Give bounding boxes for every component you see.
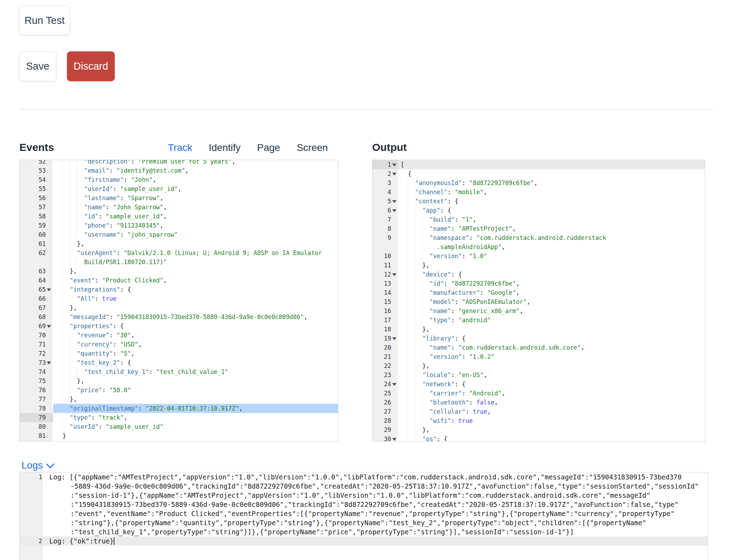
code-line-text: }, — [53, 395, 338, 404]
line-number: 59 — [39, 221, 46, 230]
fold-arrow-icon[interactable] — [392, 383, 396, 388]
log-line-number-cell — [20, 527, 47, 536]
code-line: 2 { — [372, 169, 705, 178]
line-number: 6 — [388, 206, 391, 215]
line-number-cell: 62 — [20, 248, 53, 257]
line-number-cell: 74 — [20, 367, 53, 376]
line-number: 78 — [39, 404, 46, 413]
line-number-cell — [372, 242, 399, 252]
line-number: 81 — [39, 431, 46, 440]
events-json-editor[interactable]: 52 "description": "Premium user for 5 ye… — [19, 160, 338, 441]
run-test-button[interactable]: Run Test — [19, 6, 70, 35]
code-line: 27 "cellular": true, — [372, 407, 705, 416]
line-number-cell: 6 — [372, 206, 399, 215]
code-line-text: [ — [399, 160, 705, 169]
code-line: 21 "version": "1.0.2" — [372, 352, 705, 361]
code-line: 80 "userId": "sample_user_id" — [20, 422, 338, 431]
log-line: :"event","eventName":"Product Clicked","… — [20, 509, 708, 518]
line-number: 30 — [384, 434, 391, 441]
line-number-cell: 23 — [372, 370, 399, 380]
line-number: 13 — [384, 279, 391, 288]
tab-track[interactable]: Track — [168, 142, 192, 153]
log-line: 1Log: [{"appName":"AMTestProject","appVe… — [20, 472, 708, 482]
code-line-text: "anonymousId": "8d872292709c6fbe", — [399, 178, 705, 187]
fold-arrow-icon[interactable] — [392, 209, 396, 214]
code-line: 72 "quantity": "5", — [20, 349, 338, 358]
line-number-cell: 54 — [20, 175, 53, 184]
line-number-cell: 75 — [20, 376, 53, 386]
code-line-text: "integrations": { — [53, 285, 338, 294]
line-number-cell: 9 — [372, 233, 399, 242]
code-line: 53 "email": "identify@test.com", — [20, 166, 338, 175]
line-number-cell: 82 — [20, 440, 53, 441]
line-number: 16 — [384, 306, 391, 316]
code-line-text: "lastname": "Sparrow", — [53, 193, 338, 203]
code-line: 62 "userAgent": "Dalvik/2.1.0 (Linux; U;… — [20, 248, 338, 257]
code-line: 13 "id": "8d872292709c6fbe", — [372, 279, 705, 288]
line-number: 82 — [39, 440, 46, 441]
code-line: Build/PSR1.180720.117)" — [20, 257, 338, 267]
line-number: 60 — [39, 230, 46, 239]
line-number: 9 — [388, 233, 391, 242]
log-line-number-cell — [20, 509, 47, 518]
line-number-cell: 68 — [20, 312, 53, 322]
line-number-cell: 12 — [372, 270, 399, 279]
line-number: 77 — [39, 395, 46, 404]
tab-page[interactable]: Page — [257, 142, 280, 153]
line-number: 62 — [39, 248, 46, 257]
line-number: 76 — [39, 386, 46, 395]
code-line: 55 "userId": "sample_user_id", — [20, 184, 338, 193]
fold-arrow-icon[interactable] — [392, 173, 396, 178]
line-number-cell: 10 — [372, 252, 399, 261]
code-line: 59 "phone": "9112340345", — [20, 221, 338, 230]
log-line: :"session-id-1"},{"appName":"AMTestProje… — [20, 491, 708, 500]
line-number-cell: 71 — [20, 340, 53, 349]
tab-identify[interactable]: Identify — [209, 142, 240, 153]
tab-screen[interactable]: Screen — [297, 142, 328, 153]
fold-arrow-icon[interactable] — [47, 288, 51, 293]
line-number: 71 — [39, 340, 46, 349]
code-line: 66 "All": true — [20, 294, 338, 303]
code-line-text: "quantity": "5", — [53, 349, 338, 358]
discard-button[interactable]: Discard — [67, 51, 115, 81]
code-line: 28 "wifi": true — [372, 416, 705, 425]
save-button[interactable]: Save — [19, 51, 56, 81]
output-json-editor[interactable]: 1[2 {3 "anonymousId": "8d872292709c6fbe"… — [372, 160, 705, 441]
line-number: 22 — [384, 361, 391, 370]
logs-toggle[interactable]: Logs — [19, 459, 55, 471]
code-line: 20 "name": "com.rudderstack.android.sdk.… — [372, 343, 705, 352]
line-number: 52 — [39, 160, 46, 166]
code-line-text: "originalTimestamp": "2022-04-01T10:37:1… — [53, 404, 338, 413]
fold-arrow-icon[interactable] — [47, 362, 51, 367]
fold-arrow-icon[interactable] — [392, 200, 396, 205]
fold-arrow-icon[interactable] — [392, 273, 396, 278]
line-number-cell: 60 — [20, 230, 53, 239]
fold-arrow-icon[interactable] — [392, 164, 396, 168]
line-number-cell: 3 — [372, 178, 399, 187]
events-panel-title: Events — [19, 141, 54, 153]
code-line: 67 }, — [20, 303, 338, 312]
code-line: 12 "device": { — [372, 270, 705, 279]
line-number-cell: 17 — [372, 316, 399, 325]
line-number-cell: 67 — [20, 303, 53, 312]
line-number-cell: 26 — [372, 398, 399, 407]
code-line: 23 "locale": "en-US", — [372, 370, 705, 380]
line-number: 2 — [388, 169, 391, 178]
code-line: 19 "library": { — [372, 334, 705, 343]
log-line: -5889-436d-9a9e-0c0e0c809d06","trackingI… — [20, 482, 708, 491]
logs-output-box[interactable]: 1Log: [{"appName":"AMTestProject","appVe… — [19, 472, 708, 560]
line-number-cell: 22 — [372, 361, 399, 370]
code-line: 26 "bluetooth": false, — [372, 398, 705, 407]
code-line-text: "test_key_2": { — [53, 358, 338, 367]
fold-arrow-icon[interactable] — [392, 337, 396, 342]
code-line-text: }, — [53, 267, 338, 276]
fold-arrow-icon[interactable] — [47, 325, 51, 330]
line-number-cell: 72 — [20, 349, 53, 358]
toolbar-divider — [19, 109, 714, 110]
code-line: 82] — [20, 440, 338, 441]
code-line-text: "test_child_key_1": "test_child_value_1" — [53, 367, 338, 376]
log-line-number-cell — [20, 482, 47, 491]
code-line-text: "email": "identify@test.com", — [53, 166, 338, 175]
code-line-text: "bluetooth": false, — [399, 398, 705, 407]
fold-arrow-icon[interactable] — [392, 438, 396, 442]
